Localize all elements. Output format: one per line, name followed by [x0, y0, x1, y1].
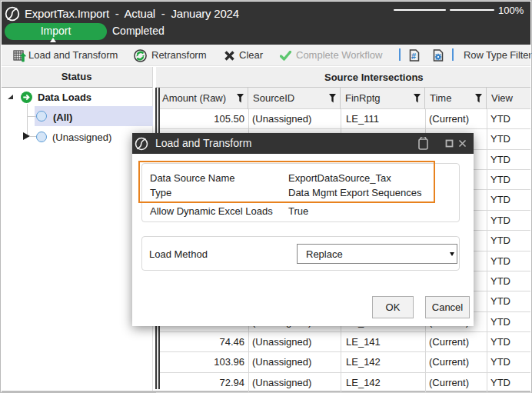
svg-text:#: #: [411, 52, 416, 61]
